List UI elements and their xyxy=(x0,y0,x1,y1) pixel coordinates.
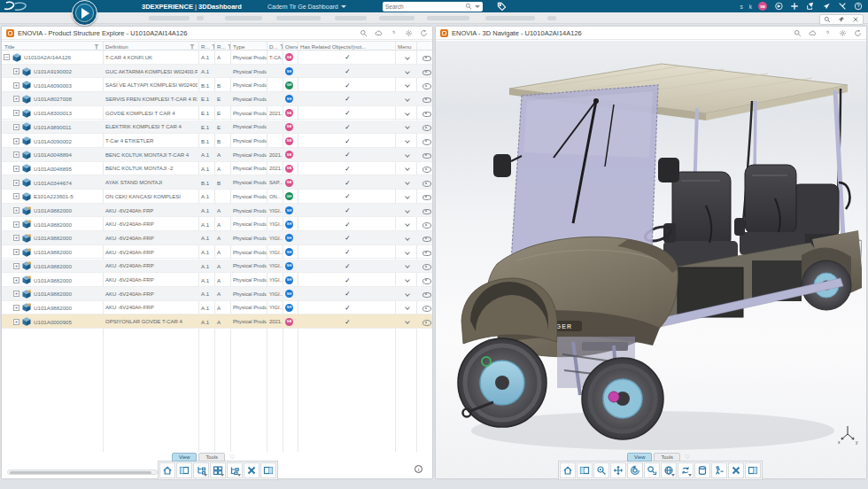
row-menu[interactable] xyxy=(395,148,416,162)
help-icon[interactable] xyxy=(390,29,398,37)
expand-toggle[interactable]: + xyxy=(13,166,19,172)
expand-toggle[interactable]: + xyxy=(13,124,19,130)
fly-button[interactable] xyxy=(711,462,727,478)
favorite-heart-icon[interactable]: ♡ xyxy=(685,454,690,461)
row-menu[interactable] xyxy=(395,120,416,135)
expand-toggle[interactable]: + xyxy=(13,263,19,269)
zoom-button[interactable] xyxy=(593,462,609,478)
filter-funnel-icon[interactable] xyxy=(94,44,99,50)
dropdown-caret-icon[interactable] xyxy=(671,474,675,477)
row-menu[interactable] xyxy=(395,245,416,260)
row-visibility[interactable] xyxy=(416,134,432,148)
row-visibility[interactable] xyxy=(416,92,432,106)
search-options-icon[interactable] xyxy=(475,5,480,8)
row-menu[interactable] xyxy=(395,162,416,176)
close-x-button[interactable] xyxy=(728,462,744,478)
share-icon[interactable] xyxy=(805,2,815,12)
refresh-icon[interactable] xyxy=(420,29,428,37)
send-icon[interactable] xyxy=(821,2,831,12)
tab-tools[interactable]: Tools xyxy=(654,453,680,462)
search-input[interactable] xyxy=(385,4,465,10)
search-icon[interactable] xyxy=(794,29,802,37)
row-visibility[interactable] xyxy=(416,204,432,218)
cell-title[interactable]: U101A9882000 xyxy=(34,207,72,213)
user-avatar[interactable]: SB xyxy=(758,2,767,11)
widget-chrome-controls[interactable] xyxy=(819,14,864,25)
table-row[interactable]: + U101A0000905 OPSIYONLAR GOVDE T-CAR 4 … xyxy=(2,314,432,329)
home-button[interactable] xyxy=(159,462,175,478)
dashboard-name[interactable]: Cadem Tir Ge Dashboard xyxy=(267,4,346,10)
owner-avatar[interactable]: SH xyxy=(285,95,293,103)
owner-avatar[interactable]: SH xyxy=(285,206,293,214)
owner-avatar[interactable]: SH xyxy=(285,67,293,75)
expand-toggle[interactable]: + xyxy=(13,319,19,325)
cell-title[interactable]: U101A6090003 xyxy=(34,82,72,89)
row-visibility[interactable] xyxy=(416,287,432,301)
row-visibility[interactable] xyxy=(416,231,432,245)
table-row[interactable]: + U101A0090002 T-Car 4 ETIKETLER B.1 B P… xyxy=(2,134,432,148)
expand-toggle[interactable]: + xyxy=(13,277,19,283)
table-row[interactable]: + U101A9890011 ELEKTRIK KOMPLESI T CAR 4… xyxy=(2,120,432,135)
row-visibility[interactable] xyxy=(416,314,432,329)
row-menu[interactable] xyxy=(395,50,416,65)
row-visibility[interactable] xyxy=(416,217,432,231)
dashboard-tab-row[interactable] xyxy=(0,12,868,24)
expand-toggle[interactable]: + xyxy=(13,305,19,311)
widget-header[interactable]: ENOVIA - Product Structure Explore - U10… xyxy=(2,27,432,40)
cell-title[interactable]: U101A9882000 xyxy=(34,291,72,297)
row-visibility[interactable] xyxy=(416,175,432,190)
status-k-icon[interactable]: k xyxy=(749,4,752,10)
dropdown-caret-icon[interactable] xyxy=(688,474,692,477)
scrollbar-thumb[interactable] xyxy=(10,471,151,474)
owner-avatar[interactable]: SB xyxy=(285,151,293,159)
panel-button[interactable] xyxy=(745,462,761,478)
row-visibility[interactable] xyxy=(416,148,432,162)
zoom-area-button[interactable] xyxy=(644,462,660,478)
owner-avatar[interactable]: SB xyxy=(285,137,293,145)
split-view-button[interactable] xyxy=(577,462,593,478)
row-menu[interactable] xyxy=(395,217,416,231)
row-visibility[interactable] xyxy=(416,260,432,274)
expand-toggle[interactable]: + xyxy=(13,193,19,199)
info-icon[interactable]: i xyxy=(415,465,422,473)
expand-toggle[interactable]: + xyxy=(13,110,19,116)
table-header[interactable]: TitleDefinitionR...R...TypeD...OwnerHas … xyxy=(2,41,432,50)
golf-cart-3d-model[interactable]: TRAGGER xyxy=(440,50,862,466)
expand-toggle[interactable]: + xyxy=(13,291,19,297)
split-view-button[interactable] xyxy=(176,462,192,478)
cell-title[interactable]: U101A0344674 xyxy=(34,180,72,186)
3d-viewport[interactable]: TRAGGER xyxy=(436,41,866,478)
cell-title[interactable]: U101A8027008 xyxy=(34,96,72,102)
table-row[interactable]: + U101A9882000 AKU -6V240Ah-FRP A.1 A Ph… xyxy=(2,231,432,245)
cell-title[interactable]: U101A9882000 xyxy=(34,277,72,283)
search-icon[interactable] xyxy=(824,16,831,23)
table-row[interactable]: + U101A9882000 AKU -6V240Ah FRP A.1 A Ph… xyxy=(2,204,432,218)
horizontal-scrollbar[interactable] xyxy=(7,470,158,475)
owner-avatar[interactable]: SB xyxy=(285,179,293,187)
owner-avatar[interactable]: SB xyxy=(285,165,293,173)
cell-title[interactable]: U101A0000905 xyxy=(34,319,72,325)
row-menu[interactable] xyxy=(395,301,416,315)
expand-toggle[interactable]: + xyxy=(13,221,19,228)
pin-icon[interactable] xyxy=(838,16,845,23)
help-icon[interactable] xyxy=(824,29,832,37)
row-visibility[interactable] xyxy=(416,190,432,204)
favorite-heart-icon[interactable]: ♡ xyxy=(229,454,235,461)
tools-icon[interactable] xyxy=(837,2,847,12)
owner-avatar[interactable]: SH xyxy=(285,221,293,229)
widget-header[interactable]: ENOVIA - 3D Navigate - U1010A2AI14A126 xyxy=(436,27,866,40)
row-visibility[interactable] xyxy=(416,120,432,135)
row-menu[interactable] xyxy=(395,287,416,301)
grid-dropdown-button[interactable] xyxy=(210,462,226,478)
row-visibility[interactable] xyxy=(416,273,432,287)
cell-title[interactable]: U101A9882000 xyxy=(34,249,72,255)
table-row[interactable]: + U101A8300013 GOVDE KOMPLESI T CAR 4 E.… xyxy=(2,106,432,120)
row-menu[interactable] xyxy=(395,175,416,190)
cell-title[interactable]: U101A9882000 xyxy=(34,221,72,228)
dropdown-caret-icon[interactable] xyxy=(221,474,224,477)
expand-toggle[interactable]: + xyxy=(13,249,19,255)
owner-avatar[interactable]: SB xyxy=(285,123,293,131)
expand-toggle[interactable]: + xyxy=(13,82,19,89)
table-row[interactable]: + U101A9882000 AKU -6V240Ah-FRP A.1 A Ph… xyxy=(2,273,432,287)
owner-avatar[interactable]: SH xyxy=(285,248,293,256)
